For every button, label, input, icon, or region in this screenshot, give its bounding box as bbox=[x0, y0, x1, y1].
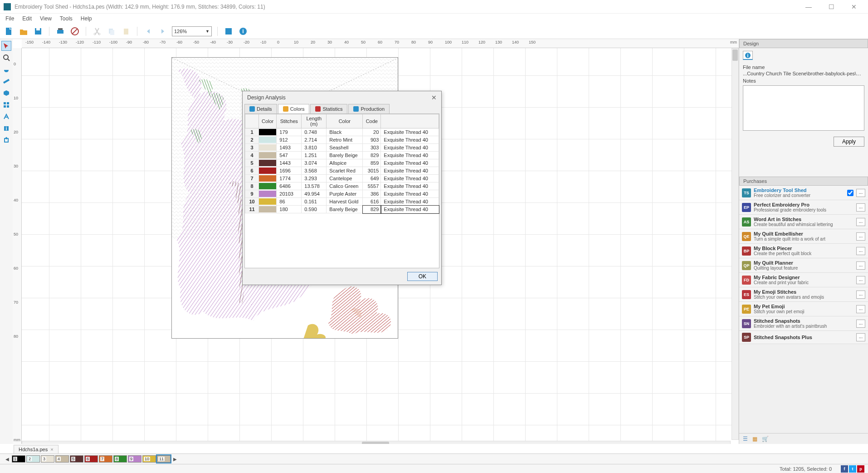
table-row[interactable]: 7 17743.293 Cantelope649Exquisite Thread… bbox=[245, 175, 439, 182]
product-more-button[interactable]: ... bbox=[856, 333, 865, 341]
product-more-button[interactable]: ... bbox=[856, 247, 865, 255]
product-more-button[interactable]: ... bbox=[856, 189, 865, 197]
color-chip[interactable]: 3 bbox=[41, 455, 54, 463]
table-row[interactable]: 10 860.161 Harvest Gold616Exquisite Thre… bbox=[245, 198, 439, 206]
minimize-button[interactable]: — bbox=[802, 3, 815, 10]
purchase-item[interactable]: TS Embroidery Tool Shed Free colorizer a… bbox=[739, 186, 868, 200]
menu-file[interactable]: File bbox=[2, 15, 18, 23]
color-chip[interactable]: 4 bbox=[55, 455, 69, 463]
color-chip[interactable]: 8 bbox=[113, 455, 127, 463]
ok-button[interactable]: OK bbox=[407, 272, 438, 281]
table-row[interactable]: 2 9122.714 Retro Mint903Exquisite Thread… bbox=[245, 136, 439, 144]
pinterest-icon[interactable]: p bbox=[857, 465, 864, 473]
table-row[interactable]: 4 5471.251 Barely Beige829Exquisite Thre… bbox=[245, 152, 439, 159]
purchase-item[interactable]: EP Perfect Embroidery Pro Professional g… bbox=[739, 200, 868, 215]
color-chip[interactable]: 7 bbox=[99, 455, 112, 463]
table-row[interactable]: 6 16963.568 Scarlet Red3015Exquisite Thr… bbox=[245, 167, 439, 175]
table-row[interactable]: 8 648613.578 Calico Green5557Exquisite T… bbox=[245, 182, 439, 190]
purchase-item[interactable]: QE My Quilt Embellisher Turn a simple qu… bbox=[739, 229, 868, 244]
color-chip[interactable]: 6 bbox=[84, 455, 98, 463]
dialog-close-icon[interactable]: ✕ bbox=[431, 94, 437, 101]
purchase-item[interactable]: QP My Quilt Planner Quilting layout feat… bbox=[739, 258, 868, 273]
vertical-scrollbar[interactable] bbox=[731, 48, 739, 440]
document-tab[interactable]: Hdchs1a.pes × bbox=[14, 445, 59, 453]
grid-view-icon[interactable]: ▦ bbox=[752, 436, 757, 442]
save-button[interactable] bbox=[33, 26, 44, 37]
info-tool[interactable]: i bbox=[1, 123, 11, 133]
close-button[interactable]: ✕ bbox=[847, 3, 861, 10]
copy-button[interactable] bbox=[106, 26, 117, 37]
chip-next-icon[interactable]: ▶ bbox=[171, 457, 179, 462]
menu-tools[interactable]: Tools bbox=[56, 15, 76, 23]
purchase-item[interactable]: FD My Fabric Designer Create and print y… bbox=[739, 273, 868, 287]
color-chip[interactable]: 2 bbox=[26, 455, 40, 463]
paste-button[interactable] bbox=[121, 26, 132, 37]
measure-tool[interactable] bbox=[1, 76, 11, 86]
table-row[interactable]: 3 14933.810 Seashell303Exquisite Thread … bbox=[245, 144, 439, 152]
purchase-item[interactable]: BP My Block Piecer Create the perfect qu… bbox=[739, 244, 868, 258]
zoom-tool[interactable] bbox=[1, 53, 11, 63]
undo-button[interactable] bbox=[143, 26, 154, 37]
product-more-button[interactable]: ... bbox=[856, 276, 865, 284]
list-view-icon[interactable]: ☰ bbox=[743, 436, 748, 442]
product-subtitle: Stitch your own pet emoji bbox=[754, 309, 853, 314]
export-tool[interactable] bbox=[1, 135, 11, 145]
color-chip[interactable]: 1 bbox=[12, 455, 25, 463]
color-chip[interactable]: 5 bbox=[70, 455, 83, 463]
cart-icon[interactable]: 🛒 bbox=[762, 436, 769, 442]
grid-icon[interactable] bbox=[1, 100, 11, 110]
print-button[interactable] bbox=[55, 26, 66, 37]
color-chip[interactable]: 11 bbox=[157, 455, 171, 463]
zoom-select[interactable]: 126%▼ bbox=[172, 26, 212, 36]
no-print-button[interactable] bbox=[69, 26, 80, 37]
apply-button[interactable]: Apply bbox=[834, 137, 864, 147]
product-more-button[interactable]: ... bbox=[856, 305, 865, 313]
info-tab[interactable]: i bbox=[743, 51, 753, 60]
color-chip[interactable]: 9 bbox=[128, 455, 141, 463]
product-more-button[interactable]: ... bbox=[856, 291, 865, 299]
maximize-button[interactable]: ☐ bbox=[824, 3, 838, 10]
twitter-icon[interactable]: t bbox=[849, 465, 856, 473]
chip-prev-icon[interactable]: ◀ bbox=[4, 457, 11, 462]
dialog-tab-production[interactable]: Production bbox=[348, 104, 390, 113]
table-row[interactable]: 9 2010349.954 Purple Aster386Exquisite T… bbox=[245, 190, 439, 198]
product-more-button[interactable]: ... bbox=[856, 218, 865, 226]
purchase-item[interactable]: SN Stitched Snapshots Embroider with an … bbox=[739, 316, 868, 331]
menubar: FileEditViewToolsHelp bbox=[0, 14, 868, 24]
menu-edit[interactable]: Edit bbox=[19, 15, 35, 23]
close-tab-icon[interactable]: × bbox=[50, 447, 53, 452]
menu-view[interactable]: View bbox=[36, 15, 55, 23]
cube-tool[interactable] bbox=[1, 88, 11, 98]
select-tool[interactable] bbox=[1, 41, 11, 51]
purchase-item[interactable]: PE My Pet Emoji Stitch your own pet emoj… bbox=[739, 302, 868, 316]
table-row[interactable]: 11 1800.590 Barely Beige829Exquisite Thr… bbox=[245, 206, 439, 213]
menu-help[interactable]: Help bbox=[77, 15, 96, 23]
product-more-button[interactable]: ... bbox=[856, 320, 865, 328]
notes-textarea[interactable] bbox=[743, 85, 864, 131]
open-file-button[interactable] bbox=[18, 26, 29, 37]
table-row[interactable]: 1 1790.748 Black20Exquisite Thread 40 bbox=[245, 128, 439, 136]
color-chip[interactable]: 10 bbox=[142, 455, 156, 463]
redo-button[interactable] bbox=[157, 26, 168, 37]
product-more-button[interactable]: ... bbox=[856, 232, 865, 241]
dialog-tab-details[interactable]: Details bbox=[244, 104, 277, 113]
purchase-item[interactable]: SP Stitched Snapshots Plus ... bbox=[739, 331, 868, 344]
table-row[interactable]: 5 14433.074 Allspice859Exquisite Thread … bbox=[245, 159, 439, 167]
dialog-tab-colors[interactable]: Colors bbox=[278, 104, 310, 113]
ruler-tick: 60 bbox=[378, 40, 382, 44]
info-button[interactable]: i bbox=[238, 26, 249, 37]
product-checkbox[interactable] bbox=[847, 190, 853, 196]
draw-tool[interactable] bbox=[1, 112, 11, 122]
purchase-item[interactable]: ES My Emoji Stitches Stitch your own ava… bbox=[739, 287, 868, 302]
cut-button[interactable] bbox=[92, 26, 102, 37]
horizontal-scrollbar[interactable] bbox=[22, 441, 731, 444]
purchase-item[interactable]: AS Word Art in Stitches Create beautiful… bbox=[739, 215, 868, 229]
product-more-button[interactable]: ... bbox=[856, 261, 865, 270]
facebook-icon[interactable]: f bbox=[841, 465, 848, 473]
product-more-button[interactable]: ... bbox=[856, 203, 865, 212]
grid-toggle-button[interactable] bbox=[223, 26, 234, 37]
pan-tool[interactable] bbox=[1, 64, 11, 74]
dialog-tab-statistics[interactable]: Statistics bbox=[310, 104, 347, 113]
product-icon: QP bbox=[742, 261, 751, 270]
new-file-button[interactable] bbox=[4, 26, 15, 37]
